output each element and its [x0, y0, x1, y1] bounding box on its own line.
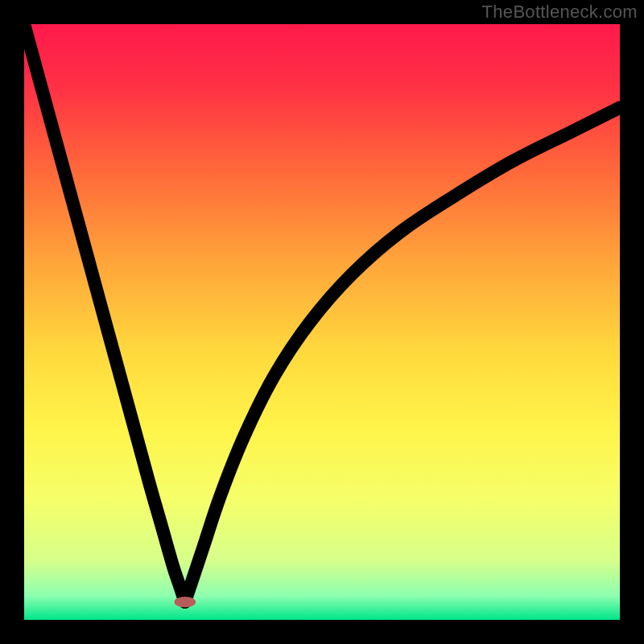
minimum-marker: [174, 597, 196, 607]
attribution-text: TheBottleneck.com: [482, 2, 638, 23]
gradient-background: [24, 24, 620, 620]
chart-plot-area: [24, 24, 620, 620]
chart-frame: TheBottleneck.com: [0, 0, 644, 644]
